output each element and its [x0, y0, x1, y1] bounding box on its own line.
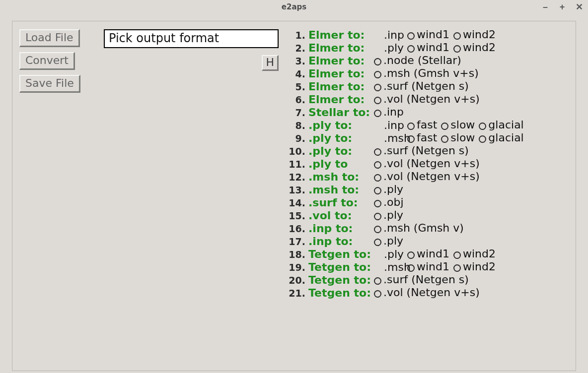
format-radio[interactable]: .vol (Netgen v+s): [373, 158, 482, 169]
format-number: 7.: [289, 108, 308, 118]
format-source: Tetgen to:: [308, 262, 373, 273]
radio-icon[interactable]: [407, 45, 415, 53]
format-number: 19.: [289, 263, 308, 272]
format-radio[interactable]: .vol (Netgen v+s): [373, 94, 482, 105]
radio-icon[interactable]: [374, 226, 381, 233]
format-option-label: slow: [450, 132, 475, 143]
format-number: 18.: [289, 250, 308, 259]
format-radio[interactable]: .vol (Netgen v+s): [373, 171, 482, 182]
format-radio[interactable]: .obj: [373, 197, 406, 208]
maximize-icon[interactable]: +: [558, 2, 566, 12]
radio-icon[interactable]: [453, 264, 461, 272]
format-target: .vol (Netgen v+s): [383, 287, 480, 298]
load-file-button[interactable]: Load File: [19, 29, 80, 47]
radio-icon[interactable]: [374, 84, 381, 91]
radio-icon[interactable]: [374, 277, 381, 285]
save-file-button[interactable]: Save File: [19, 75, 80, 93]
format-options: wind1wind2: [406, 42, 499, 53]
format-options: fastslowglacial: [406, 120, 527, 130]
radio-icon[interactable]: [453, 251, 461, 259]
format-target-column: .inp: [373, 30, 404, 41]
radio-icon[interactable]: [374, 213, 381, 220]
format-option[interactable]: fast: [406, 120, 440, 130]
format-radio[interactable]: .ply: [373, 210, 405, 221]
format-target: .surf (Netgen s): [383, 81, 469, 92]
format-option[interactable]: wind1: [406, 261, 452, 272]
format-radio[interactable]: .node (Stellar): [373, 55, 463, 66]
format-source: .ply to:: [308, 146, 373, 157]
format-option[interactable]: glacial: [478, 120, 526, 130]
radio-icon[interactable]: [453, 32, 461, 40]
format-radio[interactable]: .ply: [373, 184, 405, 195]
radio-icon[interactable]: [479, 135, 486, 143]
format-option-label: glacial: [488, 120, 523, 130]
format-radio[interactable]: .surf (Netgen s): [373, 81, 471, 92]
instruction-field[interactable]: Pick output format: [104, 29, 279, 48]
radio-icon[interactable]: [374, 187, 381, 194]
format-target: .msh (Gmsh v+s): [383, 68, 479, 79]
format-source: Tetgen to:: [308, 275, 373, 286]
format-radio[interactable]: .msh (Gmsh v+s): [373, 68, 481, 79]
format-option[interactable]: fast: [406, 132, 440, 143]
format-option[interactable]: wind1: [406, 249, 452, 259]
format-number: 17.: [289, 237, 308, 247]
format-option-label: wind1: [417, 29, 449, 40]
format-option[interactable]: slow: [440, 132, 478, 143]
minimize-icon[interactable]: –: [541, 2, 549, 12]
format-option[interactable]: wind2: [452, 249, 499, 259]
format-option[interactable]: wind2: [452, 29, 499, 40]
format-option[interactable]: wind2: [452, 42, 499, 53]
radio-icon[interactable]: [441, 123, 448, 130]
help-button[interactable]: H: [262, 55, 279, 71]
format-option[interactable]: slow: [440, 120, 478, 130]
format-target: .ply: [373, 248, 404, 260]
radio-icon[interactable]: [374, 58, 381, 65]
radio-icon[interactable]: [374, 110, 381, 117]
convert-button[interactable]: Convert: [19, 52, 75, 70]
format-radio[interactable]: .inp: [373, 107, 406, 118]
format-target-column: .ply: [373, 43, 404, 54]
format-radio[interactable]: .surf (Netgen s): [373, 145, 471, 156]
format-radio[interactable]: .ply: [373, 236, 405, 247]
format-option[interactable]: wind1: [406, 29, 452, 40]
format-radio[interactable]: .msh (Gmsh v): [373, 223, 466, 234]
radio-icon[interactable]: [374, 148, 381, 156]
radio-icon[interactable]: [374, 174, 381, 182]
format-target-column: .ply: [373, 249, 404, 260]
format-option-label: wind2: [463, 261, 496, 272]
format-number: 16.: [289, 224, 308, 234]
radio-icon[interactable]: [374, 71, 381, 78]
format-option[interactable]: glacial: [478, 132, 526, 143]
format-source: .msh to:: [308, 185, 373, 195]
format-target: .inp: [373, 119, 404, 131]
format-row: 6.Elmer to:.vol (Netgen v+s): [289, 94, 569, 105]
format-number: 15.: [289, 211, 308, 221]
format-target: .obj: [383, 197, 404, 208]
close-icon[interactable]: ✕: [575, 1, 583, 12]
format-option-label: slow: [450, 120, 475, 130]
format-target: .msh: [373, 132, 411, 144]
format-target: .vol (Netgen v+s): [383, 158, 480, 169]
format-number: 11.: [289, 160, 308, 169]
radio-icon[interactable]: [441, 135, 448, 143]
radio-icon[interactable]: [407, 123, 415, 130]
radio-icon[interactable]: [374, 200, 381, 207]
format-options: fastslowglacial: [406, 132, 527, 143]
format-option[interactable]: wind2: [452, 261, 499, 272]
radio-icon[interactable]: [374, 290, 381, 298]
format-option[interactable]: wind1: [406, 42, 452, 53]
format-target: .inp: [383, 107, 404, 118]
radio-icon[interactable]: [407, 264, 415, 272]
radio-icon[interactable]: [407, 251, 415, 259]
radio-icon[interactable]: [374, 239, 381, 246]
radio-icon[interactable]: [407, 32, 415, 40]
radio-icon[interactable]: [374, 97, 381, 104]
format-option-label: wind2: [463, 42, 496, 53]
radio-icon[interactable]: [374, 161, 381, 169]
format-radio[interactable]: .vol (Netgen v+s): [373, 287, 482, 298]
format-radio[interactable]: .surf (Netgen s): [373, 274, 471, 285]
format-source: Elmer to:: [308, 94, 373, 105]
radio-icon[interactable]: [407, 135, 415, 143]
radio-icon[interactable]: [479, 123, 486, 130]
radio-icon[interactable]: [453, 45, 461, 53]
